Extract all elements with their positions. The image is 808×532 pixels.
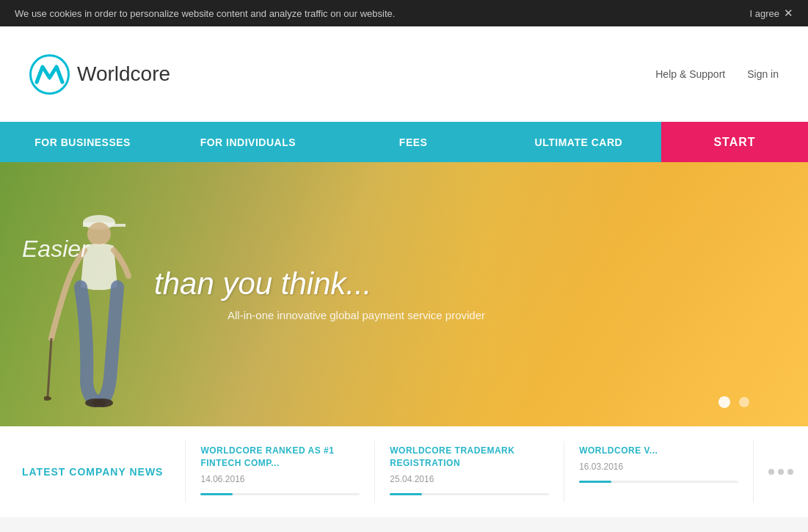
svg-point-9	[92, 398, 113, 407]
nav-item-for-individuals[interactable]: FOR INDIVIDUALS	[165, 122, 330, 162]
header: Worldcore Help & Support Sign in	[0, 26, 808, 122]
news-progress-fill-1	[390, 493, 421, 495]
help-support-link[interactable]: Help & Support	[655, 68, 725, 80]
svg-line-6	[48, 338, 51, 397]
slider-dots	[718, 396, 749, 408]
news-title-0[interactable]: WORLDCORE RANKED AS #1 FINTECH COMP...	[200, 445, 360, 470]
cookie-agree-button[interactable]: I agree ✕	[750, 7, 793, 20]
news-progress-fill-0	[200, 493, 232, 495]
hero-line1: Easier	[22, 236, 485, 263]
news-progress-fill-2	[579, 481, 611, 483]
nav-bar: FOR BUSINESSES FOR INDIVIDUALS FEES ULTI…	[0, 122, 808, 162]
slider-dot-1[interactable]	[718, 396, 730, 408]
news-date-2: 16.03.2016	[579, 462, 738, 472]
logo-text: Worldcore	[77, 62, 170, 86]
news-item-1: WORLDCORE TRADEMARK REGISTRATION 25.04.2…	[374, 441, 564, 503]
news-date-1: 25.04.2016	[390, 474, 549, 484]
news-dot-2[interactable]	[778, 469, 784, 475]
news-title-2[interactable]: WORLDCORE V...	[579, 445, 738, 457]
slider-dot-2[interactable]	[739, 397, 749, 407]
logo-icon	[29, 54, 70, 95]
nav-item-ultimate-card[interactable]: ULTIMATE CARD	[496, 122, 661, 162]
cookie-message: We use cookies in order to personalize w…	[15, 8, 395, 19]
logo[interactable]: Worldcore	[29, 54, 170, 95]
hero-text: Easier than you think... All-in-one inno…	[22, 236, 485, 321]
nav-item-fees[interactable]: FEES	[331, 122, 496, 162]
news-section: LATEST COMPANY NEWS WORLDCORE RANKED AS …	[0, 426, 808, 517]
hero-section: Easier than you think... All-in-one inno…	[0, 162, 808, 426]
news-progress-2	[579, 481, 738, 483]
news-progress-1	[390, 493, 549, 495]
news-dot-3[interactable]	[787, 469, 793, 475]
close-icon: ✕	[784, 7, 793, 20]
news-progress-0	[200, 493, 360, 495]
sign-in-link[interactable]: Sign in	[747, 68, 779, 80]
news-pagination-dots	[754, 441, 808, 503]
start-button[interactable]: START	[661, 122, 808, 162]
news-section-label: LATEST COMPANY NEWS	[0, 441, 185, 503]
news-item-0: WORLDCORE RANKED AS #1 FINTECH COMP... 1…	[185, 441, 374, 503]
header-nav: Help & Support Sign in	[655, 68, 779, 80]
nav-item-for-businesses[interactable]: FOR BUSINESSES	[0, 122, 165, 162]
svg-rect-4	[115, 224, 125, 227]
news-date-0: 14.06.2016	[200, 474, 360, 484]
hero-subtitle: All-in-one innovative global payment ser…	[228, 309, 485, 321]
cookie-banner: We use cookies in order to personalize w…	[0, 0, 808, 26]
news-items: WORLDCORE RANKED AS #1 FINTECH COMP... 1…	[185, 441, 754, 503]
news-title-1[interactable]: WORLDCORE TRADEMARK REGISTRATION	[390, 445, 549, 470]
hero-line2: than you think...	[154, 266, 485, 302]
news-dot-1[interactable]	[768, 469, 774, 475]
svg-point-7	[44, 396, 51, 401]
news-item-2: WORLDCORE V... 16.03.2016	[564, 441, 754, 503]
